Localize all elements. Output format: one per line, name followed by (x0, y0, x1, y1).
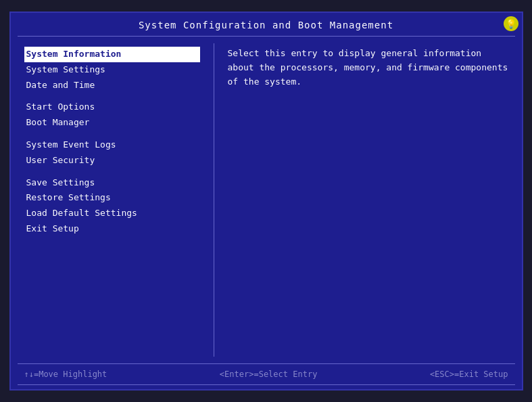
menu-item-2-1[interactable]: User Security (24, 153, 200, 169)
menu-item-3-0[interactable]: Save Settings (24, 175, 200, 191)
menu-item-3-2[interactable]: Load Default Settings (24, 206, 200, 221)
menu-group-2: System Event LogsUser Security (24, 137, 200, 169)
menu-item-3-1[interactable]: Restore Settings (24, 190, 200, 206)
menu-group-3: Save SettingsRestore SettingsLoad Defaul… (24, 175, 200, 237)
menu-item-0-1[interactable]: System Settings (24, 62, 200, 78)
menu-item-2-0[interactable]: System Event Logs (24, 137, 200, 153)
footer: ↑↓=Move Highlight <Enter>=Select Entry <… (11, 364, 522, 384)
menu-group-1: Start OptionsBoot Manager (24, 99, 200, 131)
description-text: Select this entry to display general inf… (228, 48, 508, 87)
footer-exit: <ESC>=Exit Setup (430, 370, 508, 379)
lightbulb-icon: 💡 (504, 16, 518, 31)
menu-item-1-1[interactable]: Boot Manager (24, 115, 200, 131)
menu-item-0-2[interactable]: Date and Time (24, 78, 200, 93)
content-area: System InformationSystem SettingsDate an… (11, 37, 522, 363)
menu-item-3-3[interactable]: Exit Setup (24, 221, 200, 237)
description-panel: Select this entry to display general inf… (214, 37, 522, 363)
footer-select: <Enter>=Select Entry (220, 370, 318, 379)
left-panel: System InformationSystem SettingsDate an… (11, 37, 214, 363)
footer-move: ↑↓=Move Highlight (24, 370, 107, 379)
bios-window: 💡 System Configuration and Boot Manageme… (9, 12, 523, 390)
window-title: System Configuration and Boot Management (11, 13, 522, 36)
menu-item-0-0[interactable]: System Information (24, 47, 200, 62)
menu-item-1-0[interactable]: Start Options (24, 99, 200, 115)
menu-group-0: System InformationSystem SettingsDate an… (24, 47, 200, 93)
